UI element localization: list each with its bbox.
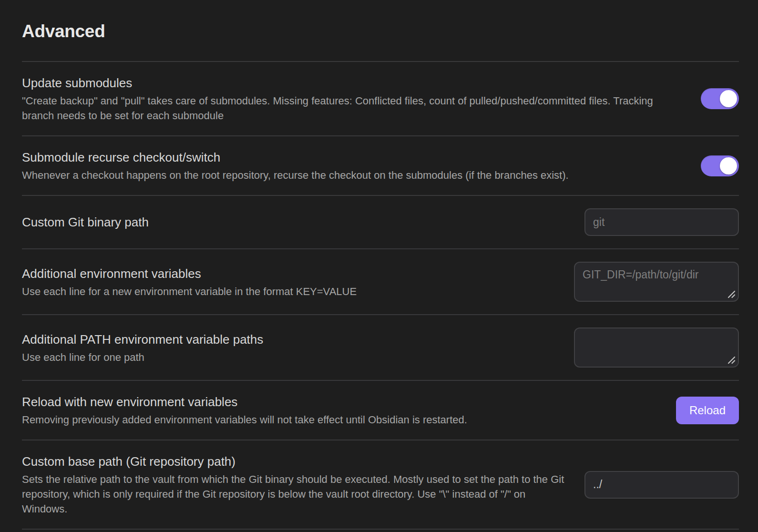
setting-control — [574, 262, 739, 302]
setting-info: Submodule recurse checkout/switch Whenev… — [22, 149, 682, 183]
advanced-settings-page: Advanced Update submodules "Create backu… — [0, 0, 758, 530]
setting-row-path-variables: Additional PATH environment variable pat… — [22, 314, 739, 380]
setting-row-update-submodules: Update submodules "Create backup" and "p… — [22, 61, 739, 135]
update-submodules-toggle[interactable] — [701, 88, 739, 109]
setting-description: Removing previously added environment va… — [22, 412, 657, 427]
setting-name: Custom Git binary path — [22, 214, 565, 231]
setting-control — [701, 155, 739, 176]
setting-description: Sets the relative path to the vault from… — [22, 472, 565, 516]
setting-description: Use each line for one path — [22, 350, 555, 365]
setting-control — [584, 208, 739, 236]
env-variables-textarea[interactable] — [574, 262, 739, 302]
reload-button[interactable]: Reload — [676, 397, 739, 424]
setting-description: Whenever a checkout happens on the root … — [22, 168, 682, 183]
git-binary-path-input[interactable] — [584, 208, 739, 236]
setting-info: Additional environment variables Use eac… — [22, 265, 555, 299]
base-path-input[interactable] — [584, 471, 739, 499]
setting-info: Custom base path (Git repository path) S… — [22, 453, 565, 516]
submodule-recurse-toggle[interactable] — [701, 155, 739, 176]
setting-description: Use each line for a new environment vari… — [22, 284, 555, 299]
setting-name: Additional PATH environment variable pat… — [22, 331, 555, 348]
setting-name: Additional environment variables — [22, 265, 555, 282]
setting-control — [584, 471, 739, 499]
settings-list: Update submodules "Create backup" and "p… — [22, 61, 739, 530]
setting-info: Additional PATH environment variable pat… — [22, 331, 555, 365]
textarea-wrapper — [574, 327, 739, 368]
setting-row-custom-base-path: Custom base path (Git repository path) S… — [22, 440, 739, 529]
setting-row-submodule-recurse: Submodule recurse checkout/switch Whenev… — [22, 135, 739, 195]
textarea-wrapper — [574, 262, 739, 302]
setting-row-reload-env: Reload with new environment variables Re… — [22, 380, 739, 440]
setting-row-env-variables: Additional environment variables Use eac… — [22, 248, 739, 314]
setting-control: Reload — [676, 397, 739, 424]
setting-description: "Create backup" and "pull" takes care of… — [22, 93, 682, 123]
toggle-knob — [720, 157, 737, 174]
setting-info: Custom Git binary path — [22, 214, 565, 231]
page-title: Advanced — [22, 0, 739, 42]
path-variables-textarea[interactable] — [574, 327, 739, 368]
setting-row-git-binary-path: Custom Git binary path — [22, 195, 739, 248]
toggle-knob — [720, 90, 737, 107]
setting-info: Reload with new environment variables Re… — [22, 393, 657, 427]
setting-control — [574, 327, 739, 368]
setting-info: Update submodules "Create backup" and "p… — [22, 74, 682, 123]
setting-name: Update submodules — [22, 74, 682, 92]
setting-name: Reload with new environment variables — [22, 393, 657, 410]
resize-handle-icon[interactable] — [727, 290, 736, 298]
setting-name: Custom base path (Git repository path) — [22, 453, 565, 470]
setting-control — [701, 88, 739, 109]
resize-handle-icon[interactable] — [727, 356, 736, 364]
setting-name: Submodule recurse checkout/switch — [22, 149, 682, 166]
